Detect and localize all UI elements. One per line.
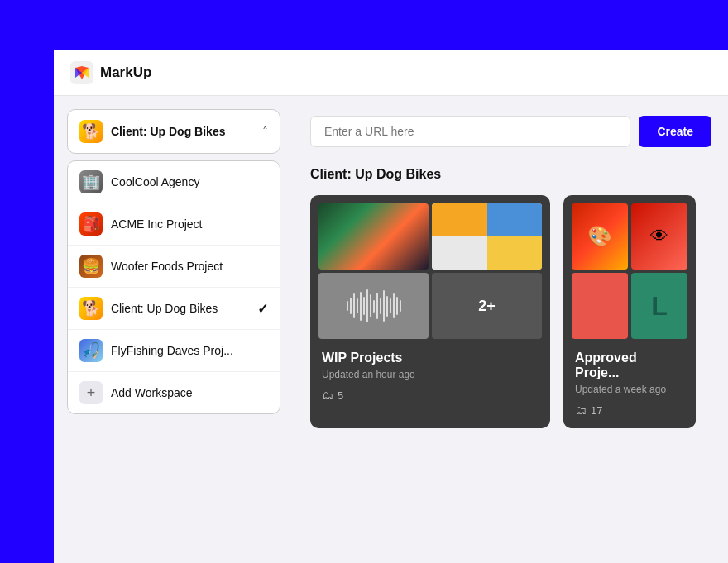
thumbnail-approved-4: L [631, 273, 687, 339]
logo-area: MarkUp [70, 61, 151, 84]
project-card-wip[interactable]: 2+ WIP Projects Updated an hour ago 🗂 5 [310, 195, 550, 428]
workspace-selected-item[interactable]: 🐕 Client: Up Dog Bikes ˄ [68, 110, 280, 153]
waveform [340, 289, 408, 322]
section-title: Client: Up Dog Bikes [310, 167, 711, 182]
card-title-approved: Approved Proje... [575, 351, 684, 380]
workspace-avatar-flyfishing: 🎣 [79, 339, 103, 362]
thumbnail-approved-3 [572, 273, 628, 339]
workspace-dropdown: 🏢 CoolCool Agency 🎒 ACME Inc Project 🍔 W… [67, 160, 280, 414]
card-info-approved: Approved Proje... Updated a week ago 🗂 1… [563, 342, 696, 428]
folder-icon-approved: 🗂 [575, 403, 587, 417]
card-info-wip: WIP Projects Updated an hour ago 🗂 5 [310, 342, 550, 413]
main-content: Create Client: Up Dog Bikes [294, 96, 728, 563]
card-updated-wip: Updated an hour ago [322, 369, 539, 380]
checkmark-icon: ✓ [257, 301, 268, 317]
create-button[interactable]: Create [639, 116, 711, 147]
app-name: MarkUp [100, 64, 151, 81]
card-footer-wip: 🗂 5 [322, 389, 539, 402]
thumbnail-3 [318, 273, 429, 339]
folder-icon-wip: 🗂 [322, 389, 333, 402]
add-workspace-label: Add Workspace [111, 386, 193, 399]
workspace-name-woofer: Woofer Foods Project [111, 260, 223, 273]
add-workspace-item[interactable]: + Add Workspace [68, 372, 280, 413]
selected-workspace-name: Client: Up Dog Bikes [111, 125, 225, 138]
card-thumbnails-wip: 2+ [310, 195, 550, 342]
card-thumbnails-approved: 🎨 👁 L [563, 195, 696, 342]
thumbnail-2 [432, 203, 542, 270]
sidebar: 🐕 Client: Up Dog Bikes ˄ 🏢 CoolCool Agen… [54, 96, 294, 563]
workspace-name-updogbikes: Client: Up Dog Bikes [111, 302, 218, 315]
card-footer-approved: 🗂 17 [575, 403, 684, 417]
workspace-item-flyfishing[interactable]: 🎣 FlyFishing Daves Proj... [68, 330, 280, 372]
card-count-wip: 5 [338, 389, 343, 402]
project-cards-row: 2+ WIP Projects Updated an hour ago 🗂 5 … [310, 195, 711, 428]
card-updated-approved: Updated a week ago [575, 384, 684, 395]
markup-logo-icon [70, 61, 93, 84]
workspace-item-acme[interactable]: 🎒 ACME Inc Project [68, 203, 280, 246]
workspace-item-woofer[interactable]: 🍔 Woofer Foods Project [68, 246, 280, 288]
workspace-name-coolcool: CoolCool Agency [111, 175, 199, 188]
workspace-avatar-coolcool: 🏢 [79, 170, 103, 193]
thumbnail-1 [318, 203, 429, 270]
selected-workspace-avatar: 🐕 [79, 120, 103, 143]
extra-count-label: 2+ [432, 273, 542, 339]
url-input[interactable] [310, 116, 630, 147]
card-count-approved: 17 [591, 404, 602, 417]
card-title-wip: WIP Projects [322, 351, 539, 365]
chevron-up-icon: ˄ [262, 125, 268, 138]
workspace-avatar-acme: 🎒 [79, 212, 103, 236]
workspace-avatar-updogbikes: 🐕 [79, 297, 103, 320]
navbar: MarkUp [54, 50, 728, 96]
add-workspace-icon: + [79, 381, 103, 404]
thumbnail-approved-1: 🎨 [572, 203, 628, 270]
url-bar: Create [310, 116, 711, 147]
thumbnail-approved-2: 👁 [631, 203, 687, 270]
workspace-name-flyfishing: FlyFishing Daves Proj... [111, 344, 233, 357]
workspace-item-updogbikes[interactable]: 🐕 Client: Up Dog Bikes ✓ [68, 288, 280, 330]
project-card-approved[interactable]: 🎨 👁 L Approved Proje... Updated a week a… [563, 195, 696, 428]
workspace-item-coolcool[interactable]: 🏢 CoolCool Agency [68, 161, 280, 203]
workspace-avatar-woofer: 🍔 [79, 255, 103, 278]
workspace-name-acme: ACME Inc Project [111, 217, 202, 231]
thumbnail-count: 2+ [432, 273, 542, 339]
workspace-selector[interactable]: 🐕 Client: Up Dog Bikes ˄ [67, 109, 280, 154]
